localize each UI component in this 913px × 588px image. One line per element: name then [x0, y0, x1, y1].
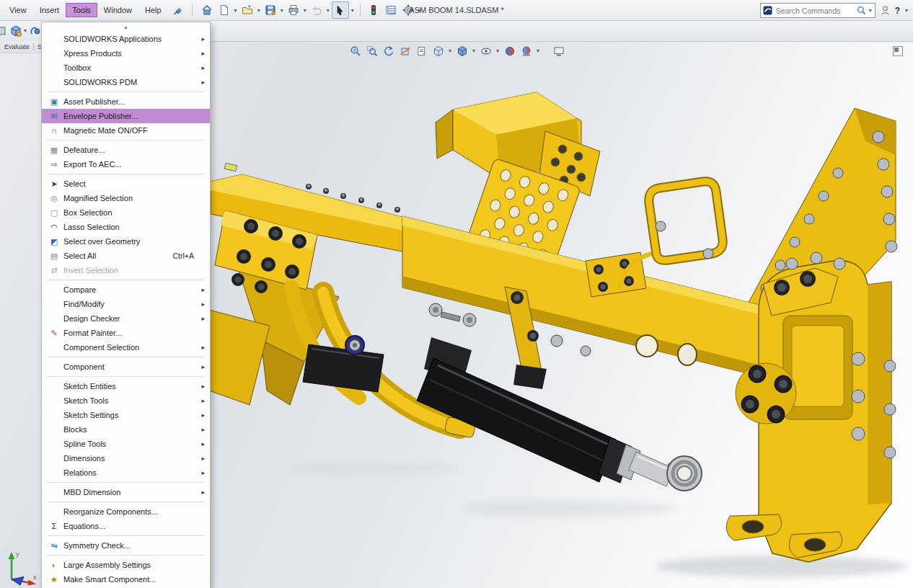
menu-item-make-smart-component[interactable]: ★Make Smart Component... [42, 572, 210, 587]
menu-separator [48, 280, 204, 280]
dropdown-caret[interactable] [327, 7, 330, 14]
menu-item-xpress-products[interactable]: Xpress Products [42, 46, 210, 61]
menu-item-spline-tools[interactable]: Spline Tools [42, 437, 210, 451]
edit-component-icon[interactable] [0, 23, 9, 39]
menu-item-envelope-publisher[interactable]: ✉Envelope Publisher... [42, 109, 210, 123]
menu-item-magnified-selection[interactable]: ◎Magnified Selection [42, 191, 210, 205]
menu-item-select-all[interactable]: ▤Select AllCtrl+A [42, 249, 210, 263]
menu-item-blocks[interactable]: Blocks [42, 422, 210, 437]
save-icon[interactable] [263, 2, 278, 18]
menu-item-component[interactable]: Component [42, 360, 210, 374]
toolbar-divider [360, 4, 361, 17]
previous-view-icon[interactable] [381, 44, 395, 58]
file-properties-icon[interactable] [383, 2, 399, 18]
display-style-icon[interactable] [455, 44, 469, 58]
invert-selection-icon: ⇄ [45, 266, 63, 275]
solidworks-logo-icon [763, 6, 772, 15]
solidworks-window: y x View Insert Tools Window Help [0, 0, 913, 588]
insert-components-icon[interactable] [9, 23, 23, 39]
menu-item-sketch-entities[interactable]: Sketch Entities [42, 379, 210, 393]
menu-insert[interactable]: Insert [33, 3, 66, 17]
menu-item-equations[interactable]: ΣEquations... [42, 519, 210, 533]
menu-item-reorganize-components[interactable]: Reorganize Components... [42, 504, 210, 519]
menu-item-select-over-geometry[interactable]: ◩Select over Geometry [42, 234, 210, 249]
menu-item-large-assembly-settings[interactable]: ◐Large Assembly Settings [42, 558, 210, 572]
menu-item-solidworks-pdm[interactable]: SOLIDWORKS PDM [42, 75, 210, 89]
select-arrow-icon[interactable] [332, 1, 349, 19]
menu-window[interactable]: Window [97, 3, 138, 17]
menu-separator [48, 92, 204, 92]
new-document-icon[interactable] [216, 2, 232, 18]
menu-item-sketch-tools[interactable]: Sketch Tools [42, 393, 210, 408]
menu-item-select[interactable]: ➤Select [42, 177, 210, 191]
dropdown-caret[interactable] [869, 7, 872, 14]
magnetic-mate-icon: ∩ [45, 126, 63, 135]
dropdown-caret[interactable] [234, 7, 237, 14]
dropdown-caret[interactable] [257, 7, 260, 14]
menu-separator [48, 502, 204, 502]
menu-item-solidworks-applications[interactable]: SOLIDWORKS Applications [42, 32, 210, 46]
menu-separator [48, 482, 204, 483]
zoom-to-fit-icon[interactable] [348, 44, 362, 58]
menu-item-symmetry-check[interactable]: ⇋Symmetry Check... [42, 538, 210, 553]
menu-item-toolbox[interactable]: Toolbox [42, 61, 210, 75]
menu-item-mbd-dimension[interactable]: MBD Dimension [42, 485, 210, 499]
export-to-aec-icon: ⇨ [45, 160, 63, 169]
menu-bar: View Insert Tools Window Help [0, 0, 913, 21]
help-icon[interactable]: ? [895, 6, 900, 16]
menu-view[interactable]: View [3, 3, 33, 17]
tab-evaluate[interactable]: Evaluate [1, 43, 33, 50]
dropdown-caret[interactable] [24, 27, 27, 34]
dynamic-annotation-icon[interactable] [415, 44, 428, 58]
search-magnifier-icon[interactable] [857, 6, 866, 15]
hide-show-items-icon[interactable] [479, 44, 493, 58]
view-orientation-icon[interactable] [431, 44, 445, 58]
edit-appearance-icon[interactable] [503, 44, 516, 58]
triad-y-label: y [16, 551, 19, 558]
lasso-selection-icon: ◠ [45, 223, 63, 232]
apply-scene-icon[interactable] [519, 44, 533, 58]
home-icon[interactable] [199, 2, 215, 18]
menu-item-format-painter[interactable]: ✎Format Painter... [42, 326, 210, 340]
menu-item-export-to-aec[interactable]: ⇨Export To AEC... [42, 157, 210, 172]
menu-item-lasso-selection[interactable]: ◠Lasso Selection [42, 220, 210, 234]
pin-icon[interactable] [173, 5, 183, 15]
dropdown-caret[interactable] [472, 48, 475, 54]
menu-item-component-selection[interactable]: Component Selection [42, 340, 210, 355]
menu-item-defeature[interactable]: ▦Defeature... [42, 143, 210, 157]
dropdown-caret[interactable] [496, 48, 499, 54]
menu-item-relations[interactable]: Relations [42, 466, 210, 480]
account-icon[interactable] [880, 5, 891, 16]
open-icon[interactable] [239, 2, 255, 18]
large-assembly-settings-icon: ◐ [45, 561, 63, 569]
dropdown-caret[interactable] [449, 48, 451, 54]
fullscreen-monitor-icon[interactable] [552, 44, 565, 58]
section-view-icon[interactable] [398, 44, 412, 58]
menu-scroll-up[interactable]: ▴ [42, 23, 210, 32]
menu-help[interactable]: Help [138, 3, 168, 17]
menu-tools[interactable]: Tools [66, 3, 97, 17]
menu-item-asset-publisher[interactable]: ▣Asset Publisher... [42, 94, 210, 109]
dropdown-caret[interactable] [537, 48, 539, 54]
rebuild-icon[interactable] [366, 2, 381, 18]
zoom-to-area-icon[interactable] [365, 44, 379, 58]
dropdown-caret[interactable] [905, 7, 908, 14]
menu-item-find-modify[interactable]: Find/Modify [42, 297, 210, 311]
search-box[interactable] [760, 3, 875, 18]
menu-item-sketch-settings[interactable]: Sketch Settings [42, 408, 210, 422]
document-title: ASM BOOM 14.SLDASM * [409, 6, 503, 14]
mate-icon[interactable] [27, 23, 42, 39]
menu-separator [48, 140, 204, 141]
menu-item-magnetic-mate[interactable]: ∩Magnetic Mate ON/OFF [42, 123, 210, 138]
menu-item-dimensions[interactable]: Dimensions [42, 451, 210, 466]
menu-item-box-selection[interactable]: ▢Box Selection [42, 205, 210, 220]
dropdown-caret[interactable] [351, 7, 354, 14]
menu-item-compare[interactable]: Compare [42, 282, 210, 297]
print-icon[interactable] [286, 2, 301, 18]
expand-viewport-icon[interactable] [893, 46, 903, 56]
menu-item-design-checker[interactable]: Design Checker [42, 311, 210, 326]
search-input[interactable] [775, 6, 855, 16]
dropdown-caret[interactable] [304, 7, 306, 14]
dropdown-caret[interactable] [281, 7, 283, 14]
defeature-icon: ▦ [45, 146, 63, 155]
